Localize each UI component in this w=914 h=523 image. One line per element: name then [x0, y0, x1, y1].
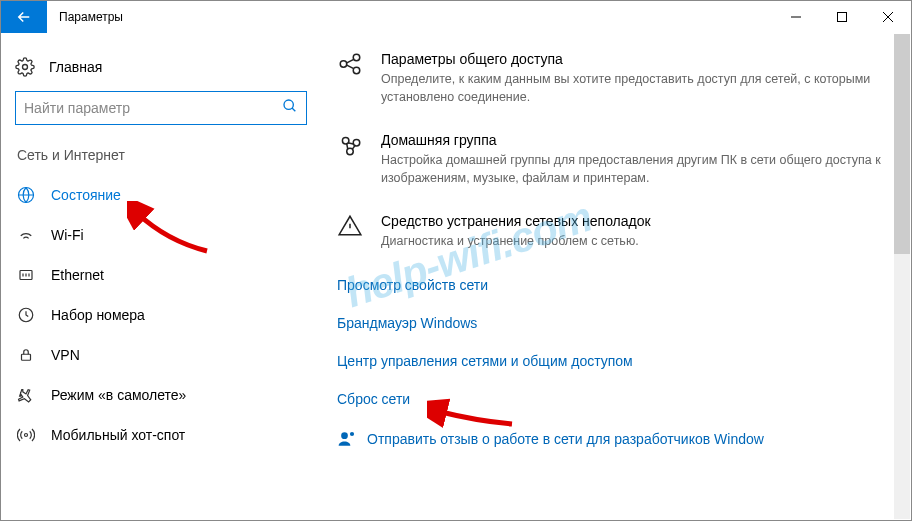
- homegroup-icon: [337, 132, 365, 160]
- wifi-icon: [17, 226, 35, 244]
- content-area: Параметры общего доступа Определите, к к…: [321, 33, 911, 520]
- svg-point-2: [284, 100, 293, 109]
- warning-icon: [337, 213, 365, 241]
- nav-status[interactable]: Состояние: [15, 175, 307, 215]
- option-desc: Диагностика и устранение проблем с сетью…: [381, 233, 881, 251]
- minimize-button[interactable]: [773, 1, 819, 33]
- nav-label: Состояние: [51, 187, 121, 203]
- maximize-button[interactable]: [819, 1, 865, 33]
- svg-point-8: [340, 61, 347, 68]
- svg-point-15: [350, 431, 354, 435]
- globe-icon: [17, 186, 35, 204]
- option-sharing[interactable]: Параметры общего доступа Определите, к к…: [337, 51, 881, 106]
- scroll-thumb[interactable]: [894, 34, 910, 254]
- svg-point-7: [25, 434, 28, 437]
- nav-label: Набор номера: [51, 307, 145, 323]
- search-icon: [282, 98, 298, 118]
- sidebar: Главная Сеть и Интернет Состояние Wi-Fi …: [1, 33, 321, 520]
- option-title: Средство устранения сетевых неполадок: [381, 213, 881, 229]
- link-network-reset[interactable]: Сброс сети: [337, 391, 881, 407]
- nav-dialup[interactable]: Набор номера: [15, 295, 307, 335]
- airplane-icon: [17, 386, 35, 404]
- close-button[interactable]: [865, 1, 911, 33]
- nav-vpn[interactable]: VPN: [15, 335, 307, 375]
- svg-rect-0: [838, 13, 847, 22]
- option-title: Параметры общего доступа: [381, 51, 881, 67]
- section-label: Сеть и Интернет: [15, 147, 307, 163]
- nav-label: Мобильный хот-спот: [51, 427, 185, 443]
- svg-point-9: [353, 54, 360, 61]
- svg-point-14: [341, 432, 348, 439]
- scrollbar[interactable]: [894, 34, 910, 519]
- svg-point-1: [23, 65, 28, 70]
- titlebar: Параметры: [1, 1, 911, 33]
- option-title: Домашняя группа: [381, 132, 881, 148]
- ethernet-icon: [17, 266, 35, 284]
- search-box[interactable]: [15, 91, 307, 125]
- svg-rect-6: [22, 354, 31, 360]
- search-input[interactable]: [24, 100, 282, 116]
- sharing-icon: [337, 51, 365, 79]
- svg-point-12: [353, 140, 360, 147]
- link-network-center[interactable]: Центр управления сетями и общим доступом: [337, 353, 881, 369]
- link-firewall[interactable]: Брандмауэр Windows: [337, 315, 881, 331]
- nav-label: Ethernet: [51, 267, 104, 283]
- home-label: Главная: [49, 59, 102, 75]
- nav-label: Wi-Fi: [51, 227, 84, 243]
- nav-label: VPN: [51, 347, 80, 363]
- link-network-properties[interactable]: Просмотр свойств сети: [337, 277, 881, 293]
- hotspot-icon: [17, 426, 35, 444]
- nav-ethernet[interactable]: Ethernet: [15, 255, 307, 295]
- back-button[interactable]: [1, 1, 47, 33]
- option-homegroup[interactable]: Домашняя группа Настройка домашней групп…: [337, 132, 881, 187]
- window-controls: [773, 1, 911, 33]
- dialup-icon: [17, 306, 35, 324]
- gear-icon: [15, 57, 35, 77]
- option-desc: Настройка домашней группы для предоставл…: [381, 152, 881, 187]
- home-button[interactable]: Главная: [15, 51, 307, 91]
- svg-point-10: [353, 67, 360, 74]
- feedback-icon: [337, 429, 357, 449]
- nav-airplane[interactable]: Режим «в самолете»: [15, 375, 307, 415]
- nav-label: Режим «в самолете»: [51, 387, 186, 403]
- vpn-icon: [17, 346, 35, 364]
- settings-window: Параметры Главная Сеть и Интернет: [0, 0, 912, 521]
- option-troubleshoot[interactable]: Средство устранения сетевых неполадок Ди…: [337, 213, 881, 251]
- nav-wifi[interactable]: Wi-Fi: [15, 215, 307, 255]
- option-desc: Определите, к каким данным вы хотите пре…: [381, 71, 881, 106]
- window-title: Параметры: [47, 10, 773, 24]
- feedback-label: Отправить отзыв о работе в сети для разр…: [367, 431, 764, 447]
- nav-hotspot[interactable]: Мобильный хот-спот: [15, 415, 307, 455]
- feedback-link[interactable]: Отправить отзыв о работе в сети для разр…: [337, 429, 881, 449]
